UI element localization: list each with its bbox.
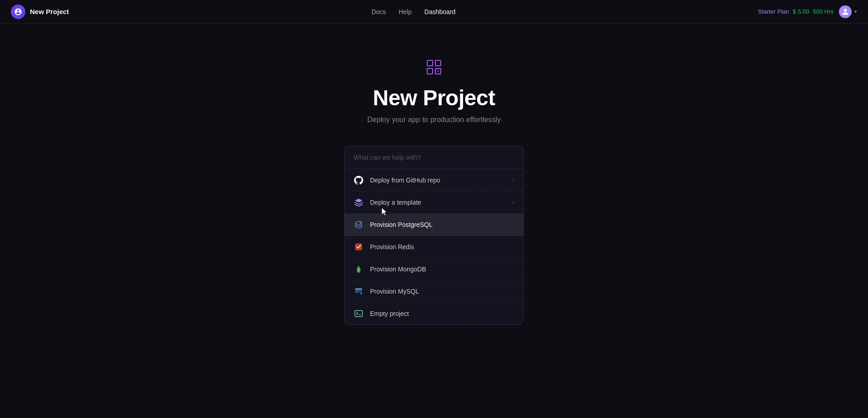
grid-cell-3 bbox=[427, 68, 433, 74]
postgres-icon bbox=[354, 220, 364, 230]
logo-icon bbox=[11, 5, 25, 19]
avatar bbox=[839, 5, 852, 18]
main-nav: Docs Help Dashboard bbox=[371, 8, 455, 15]
svg-rect-4 bbox=[355, 310, 363, 316]
option-template-label: Deploy a template bbox=[370, 199, 506, 206]
terminal-icon bbox=[354, 309, 364, 319]
search-input[interactable] bbox=[354, 154, 514, 161]
layers-icon bbox=[354, 197, 364, 207]
grid-icon-container: + bbox=[427, 60, 441, 74]
user-menu[interactable]: ▾ bbox=[839, 5, 857, 18]
option-mongodb-label: Provision MongoDB bbox=[370, 266, 514, 273]
option-redis-label: Provision Redis bbox=[370, 243, 514, 251]
header-right: Starter Plan $ 5.00 500 Hrs ▾ bbox=[758, 5, 857, 18]
page-subtitle: Deploy your app to production effortless… bbox=[367, 116, 501, 124]
main-content: + New Project Deploy your app to product… bbox=[0, 24, 868, 325]
option-mongodb[interactable]: Provision MongoDB bbox=[345, 258, 523, 280]
nav-dashboard[interactable]: Dashboard bbox=[424, 8, 456, 15]
plan-price: $ 5.00 bbox=[793, 8, 809, 15]
github-icon bbox=[354, 175, 364, 185]
option-postgres-label: Provision PostgreSQL bbox=[370, 221, 514, 228]
app-title: New Project bbox=[30, 8, 69, 15]
mysql-icon bbox=[354, 286, 364, 296]
option-mysql[interactable]: Provision MySQL bbox=[345, 280, 523, 303]
nav-docs[interactable]: Docs bbox=[371, 8, 386, 15]
option-template[interactable]: Deploy a template › bbox=[345, 192, 523, 214]
plan-hours: 500 Hrs bbox=[813, 8, 833, 15]
mongodb-icon bbox=[354, 264, 364, 274]
options-panel: Deploy from GitHub repo › Deploy a templ… bbox=[344, 146, 524, 325]
option-empty-label: Empty project bbox=[370, 310, 514, 317]
option-postgres[interactable]: Provision PostgreSQL bbox=[345, 214, 523, 236]
nav-help[interactable]: Help bbox=[399, 8, 412, 15]
option-empty[interactable]: Empty project bbox=[345, 303, 523, 325]
page-title: New Project bbox=[373, 85, 495, 110]
option-mysql-label: Provision MySQL bbox=[370, 288, 514, 295]
plan-info: Starter Plan $ 5.00 500 Hrs bbox=[758, 8, 833, 15]
grid-cell-2 bbox=[435, 60, 441, 66]
option-redis[interactable]: Provision Redis bbox=[345, 236, 523, 258]
header-left: New Project bbox=[11, 5, 69, 19]
option-github-arrow: › bbox=[513, 177, 514, 183]
chevron-down-icon: ▾ bbox=[854, 9, 857, 15]
redis-icon bbox=[354, 242, 364, 252]
plan-name: Starter Plan bbox=[758, 8, 789, 15]
option-github-label: Deploy from GitHub repo bbox=[370, 177, 506, 184]
option-template-arrow: › bbox=[513, 199, 514, 206]
grid-cell-plus: + bbox=[435, 68, 441, 74]
svg-point-1 bbox=[360, 221, 361, 223]
new-project-icon: + bbox=[427, 60, 441, 74]
search-box[interactable] bbox=[345, 146, 523, 169]
grid-cell-1 bbox=[427, 60, 433, 66]
option-github[interactable]: Deploy from GitHub repo › bbox=[345, 169, 523, 192]
header: New Project Docs Help Dashboard Starter … bbox=[0, 0, 868, 24]
